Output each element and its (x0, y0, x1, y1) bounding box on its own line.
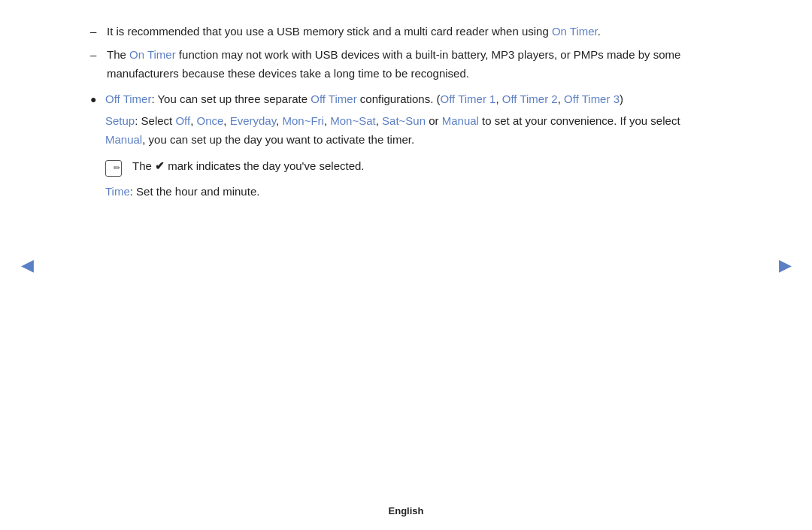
text-static: The (132, 159, 155, 172)
off-timer-item: Off Timer: You can set up three separate… (90, 90, 722, 201)
prev-page-button[interactable]: ◀ (14, 252, 41, 279)
text-static: , (324, 114, 330, 127)
outer-list: Off Timer: You can set up three separate… (90, 90, 722, 201)
list-item: The On Timer function may not work with … (90, 46, 722, 83)
text-static: : Set the hour and minute. (130, 185, 260, 198)
off-timer-link: Off Timer (311, 92, 356, 105)
note-icon (105, 160, 122, 177)
text-static: It is recommended that you use a USB mem… (107, 25, 552, 38)
text-static: , (495, 92, 501, 105)
text-static: function may not work with USB devices w… (107, 48, 680, 80)
off-timer-2-link: Off Timer 2 (502, 92, 558, 105)
right-arrow-icon: ▶ (779, 256, 792, 275)
text-static: , (558, 92, 564, 105)
off-timer-3-link: Off Timer 3 (564, 92, 620, 105)
text-static: mark indicates the day you've selected. (165, 159, 365, 172)
text-static: : Select (135, 114, 175, 127)
text-static: or (426, 114, 442, 127)
main-content: It is recommended that you use a USB mem… (0, 0, 812, 230)
text-static: . (598, 25, 601, 38)
off-link: Off (175, 114, 190, 127)
time-line: Time: Set the hour and minute. (105, 183, 722, 201)
setup-label: Setup (105, 114, 135, 127)
monfri-link: Mon~Fri (282, 114, 323, 127)
time-label: Time (105, 185, 130, 198)
on-timer-link-1: On Timer (552, 25, 598, 38)
satsun-link: Sat~Sun (382, 114, 426, 127)
text-static: to set at your convenience. If you selec… (479, 114, 680, 127)
text-static: configurations. ( (357, 92, 441, 105)
text-static: : You can set up three separate (151, 92, 311, 105)
language-label: English (389, 505, 424, 516)
once-link: Once (196, 114, 223, 127)
text-static: , (223, 114, 229, 127)
left-arrow-icon: ◀ (21, 256, 34, 275)
manual-link-1: Manual (442, 114, 479, 127)
list-item: It is recommended that you use a USB mem… (90, 23, 722, 41)
setup-block: Setup: Select Off, Once, Everyday, Mon~F… (105, 112, 722, 150)
text-static: The (107, 48, 129, 61)
monsat-link: Mon~Sat (330, 114, 375, 127)
text-static: ) (620, 92, 623, 105)
next-page-button[interactable]: ▶ (771, 252, 798, 279)
footer-language: English (389, 505, 424, 516)
checkmark-icon: ✔ (155, 159, 165, 172)
everyday-link: Everyday (230, 114, 276, 127)
note-text: The ✔ mark indicates the day you've sele… (132, 157, 365, 176)
manual-link-2: Manual (105, 133, 142, 146)
text-static: , (376, 114, 382, 127)
off-timer-label: Off Timer (105, 92, 151, 105)
dash-list: It is recommended that you use a USB mem… (90, 23, 722, 83)
note-row: The ✔ mark indicates the day you've sele… (105, 157, 722, 177)
note-icon-wrap (105, 159, 126, 177)
text-static: , you can set up the day you want to act… (142, 133, 414, 146)
on-timer-link-2: On Timer (129, 48, 176, 61)
off-timer-1-link: Off Timer 1 (441, 92, 496, 105)
